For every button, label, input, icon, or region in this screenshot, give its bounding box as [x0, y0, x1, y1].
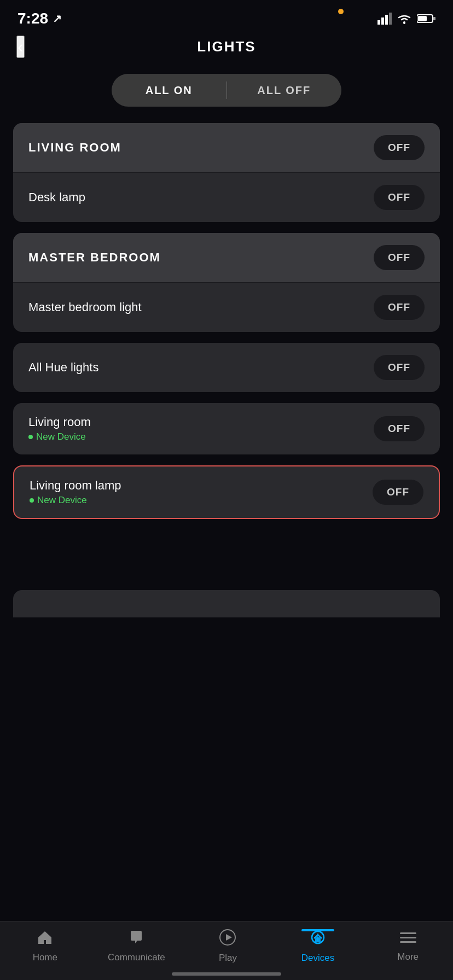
nav-home[interactable]: Home	[18, 930, 72, 963]
location-icon: ↗	[53, 12, 62, 25]
svg-rect-13	[400, 932, 416, 934]
battery-icon	[417, 14, 435, 24]
master-bedroom-light-name: Master bedroom light	[28, 300, 142, 314]
svg-rect-15	[400, 941, 416, 943]
all-off-button[interactable]: ALL OFF	[227, 74, 342, 107]
all-hue-lights-card[interactable]: All Hue lights OFF	[13, 343, 440, 392]
communicate-icon	[128, 930, 144, 949]
desk-lamp-name: Desk lamp	[28, 190, 85, 205]
page-title: LIGHTS	[197, 38, 255, 55]
svg-rect-9	[46, 940, 49, 944]
all-lights-toggle: ALL ON ALL OFF	[0, 74, 453, 107]
svg-rect-12	[315, 938, 321, 942]
desk-lamp-toggle[interactable]: OFF	[374, 185, 425, 210]
living-room-lamp-label: Living room lamp	[30, 479, 121, 493]
living-room-card[interactable]: Living room New Device OFF	[13, 403, 440, 454]
notification-dot	[338, 9, 344, 14]
svg-rect-6	[433, 17, 435, 20]
living-room-name-wrap: Living room New Device	[28, 415, 91, 442]
nav-devices-label: Devices	[301, 953, 334, 964]
wifi-icon	[397, 13, 411, 24]
master-bedroom-light-toggle[interactable]: OFF	[374, 295, 425, 320]
play-icon	[219, 929, 236, 949]
page-header: ‹ LIGHTS	[0, 33, 453, 68]
bottom-navigation: Home Communicate Play	[0, 921, 453, 980]
nav-play[interactable]: Play	[200, 929, 255, 964]
svg-rect-14	[400, 937, 416, 938]
living-room-lamp-new-device: New Device	[30, 495, 121, 506]
svg-rect-7	[418, 16, 427, 21]
living-room-group-header[interactable]: LIVING ROOM OFF	[13, 123, 440, 172]
nav-home-label: Home	[33, 952, 57, 963]
master-bedroom-group-card: MASTER BEDROOM OFF Master bedroom light …	[13, 233, 440, 332]
master-bedroom-light-device[interactable]: Master bedroom light OFF	[13, 282, 440, 332]
nav-devices[interactable]: Devices	[291, 929, 345, 964]
home-indicator	[172, 972, 281, 976]
status-time: 7:28 ↗	[18, 10, 62, 27]
all-hue-lights-toggle[interactable]: OFF	[374, 355, 425, 380]
all-hue-lights-name: All Hue lights	[28, 360, 98, 375]
living-room-new-device-label: New Device	[36, 431, 86, 442]
master-bedroom-group-name: MASTER BEDROOM	[28, 250, 161, 265]
status-bar: 7:28 ↗	[0, 0, 453, 33]
living-room-group-card: LIVING ROOM OFF Desk lamp OFF	[13, 123, 440, 222]
svg-rect-3	[389, 13, 392, 25]
time-display: 7:28	[18, 10, 48, 27]
nav-more[interactable]: More	[381, 931, 435, 962]
back-button[interactable]: ‹	[16, 36, 25, 58]
living-room-lamp-name-wrap: Living room lamp New Device	[30, 479, 121, 506]
living-room-label: Living room	[28, 415, 91, 429]
living-room-new-device: New Device	[28, 431, 91, 442]
nav-play-label: Play	[219, 953, 237, 964]
home-icon	[37, 930, 53, 949]
nav-communicate-label: Communicate	[108, 952, 165, 963]
more-icon	[400, 931, 416, 948]
svg-rect-1	[381, 18, 384, 25]
new-device-dot	[28, 435, 33, 439]
svg-point-4	[403, 21, 405, 24]
desk-lamp-device[interactable]: Desk lamp OFF	[13, 172, 440, 222]
device-list: LIVING ROOM OFF Desk lamp OFF MASTER BED…	[0, 123, 453, 590]
nav-communicate[interactable]: Communicate	[108, 930, 165, 963]
all-on-button[interactable]: ALL ON	[112, 74, 226, 107]
partial-card	[13, 590, 440, 617]
svg-rect-8	[41, 940, 44, 944]
living-room-lamp-new-device-label: New Device	[37, 495, 87, 506]
signal-icon	[378, 13, 392, 25]
living-room-toggle[interactable]: OFF	[374, 416, 425, 441]
devices-icon	[310, 929, 326, 949]
living-room-lamp-card[interactable]: Living room lamp New Device OFF	[13, 465, 440, 519]
master-bedroom-group-header[interactable]: MASTER BEDROOM OFF	[13, 233, 440, 282]
nav-more-label: More	[397, 952, 419, 962]
status-icons	[378, 13, 435, 25]
svg-rect-0	[378, 20, 380, 25]
active-indicator	[301, 929, 334, 931]
living-room-lamp-toggle[interactable]: OFF	[373, 480, 423, 505]
living-room-group-name: LIVING ROOM	[28, 141, 121, 155]
living-room-group-toggle[interactable]: OFF	[374, 135, 425, 160]
living-room-lamp-new-device-dot	[30, 498, 34, 503]
svg-marker-11	[226, 934, 232, 941]
master-bedroom-group-toggle[interactable]: OFF	[374, 245, 425, 270]
svg-rect-2	[385, 15, 388, 25]
